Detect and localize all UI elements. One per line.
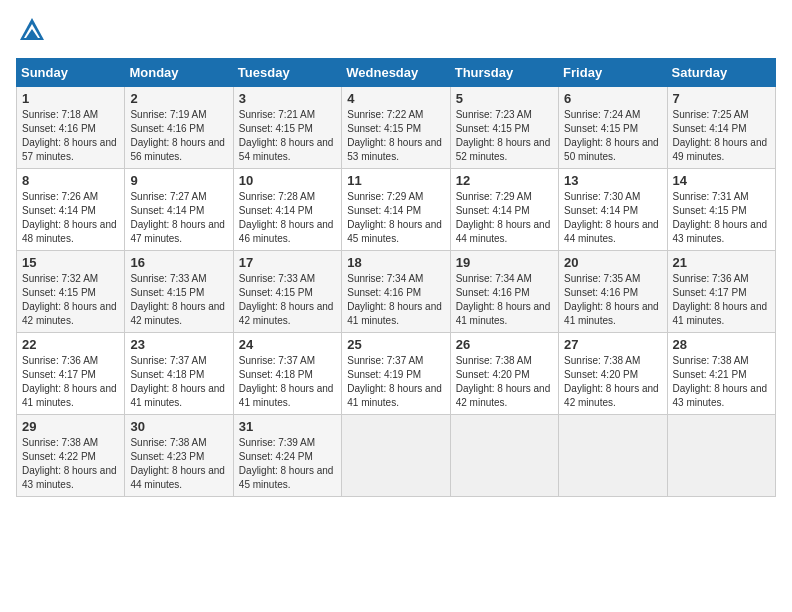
col-header-friday: Friday [559, 59, 667, 87]
col-header-wednesday: Wednesday [342, 59, 450, 87]
week-row-4: 22 Sunrise: 7:36 AM Sunset: 4:17 PM Dayl… [17, 333, 776, 415]
calendar-cell: 21 Sunrise: 7:36 AM Sunset: 4:17 PM Dayl… [667, 251, 775, 333]
calendar-cell: 24 Sunrise: 7:37 AM Sunset: 4:18 PM Dayl… [233, 333, 341, 415]
day-info: Sunrise: 7:37 AM Sunset: 4:19 PM Dayligh… [347, 355, 442, 408]
day-info: Sunrise: 7:29 AM Sunset: 4:14 PM Dayligh… [456, 191, 551, 244]
day-info: Sunrise: 7:33 AM Sunset: 4:15 PM Dayligh… [130, 273, 225, 326]
calendar-cell: 1 Sunrise: 7:18 AM Sunset: 4:16 PM Dayli… [17, 87, 125, 169]
day-info: Sunrise: 7:21 AM Sunset: 4:15 PM Dayligh… [239, 109, 334, 162]
calendar-cell: 23 Sunrise: 7:37 AM Sunset: 4:18 PM Dayl… [125, 333, 233, 415]
day-number: 15 [22, 255, 119, 270]
calendar-cell: 28 Sunrise: 7:38 AM Sunset: 4:21 PM Dayl… [667, 333, 775, 415]
logo [16, 16, 46, 48]
week-row-3: 15 Sunrise: 7:32 AM Sunset: 4:15 PM Dayl… [17, 251, 776, 333]
day-info: Sunrise: 7:18 AM Sunset: 4:16 PM Dayligh… [22, 109, 117, 162]
calendar-cell: 15 Sunrise: 7:32 AM Sunset: 4:15 PM Dayl… [17, 251, 125, 333]
week-row-5: 29 Sunrise: 7:38 AM Sunset: 4:22 PM Dayl… [17, 415, 776, 497]
col-header-tuesday: Tuesday [233, 59, 341, 87]
col-header-sunday: Sunday [17, 59, 125, 87]
day-number: 18 [347, 255, 444, 270]
calendar-cell: 4 Sunrise: 7:22 AM Sunset: 4:15 PM Dayli… [342, 87, 450, 169]
day-number: 21 [673, 255, 770, 270]
calendar-cell: 6 Sunrise: 7:24 AM Sunset: 4:15 PM Dayli… [559, 87, 667, 169]
day-number: 7 [673, 91, 770, 106]
day-info: Sunrise: 7:38 AM Sunset: 4:23 PM Dayligh… [130, 437, 225, 490]
day-number: 13 [564, 173, 661, 188]
day-info: Sunrise: 7:35 AM Sunset: 4:16 PM Dayligh… [564, 273, 659, 326]
day-info: Sunrise: 7:31 AM Sunset: 4:15 PM Dayligh… [673, 191, 768, 244]
calendar-cell: 16 Sunrise: 7:33 AM Sunset: 4:15 PM Dayl… [125, 251, 233, 333]
day-info: Sunrise: 7:26 AM Sunset: 4:14 PM Dayligh… [22, 191, 117, 244]
day-info: Sunrise: 7:37 AM Sunset: 4:18 PM Dayligh… [239, 355, 334, 408]
day-number: 6 [564, 91, 661, 106]
day-number: 12 [456, 173, 553, 188]
calendar-cell: 5 Sunrise: 7:23 AM Sunset: 4:15 PM Dayli… [450, 87, 558, 169]
calendar-cell: 11 Sunrise: 7:29 AM Sunset: 4:14 PM Dayl… [342, 169, 450, 251]
day-info: Sunrise: 7:32 AM Sunset: 4:15 PM Dayligh… [22, 273, 117, 326]
calendar-cell: 25 Sunrise: 7:37 AM Sunset: 4:19 PM Dayl… [342, 333, 450, 415]
day-info: Sunrise: 7:34 AM Sunset: 4:16 PM Dayligh… [456, 273, 551, 326]
day-number: 30 [130, 419, 227, 434]
calendar-cell: 17 Sunrise: 7:33 AM Sunset: 4:15 PM Dayl… [233, 251, 341, 333]
calendar-cell: 29 Sunrise: 7:38 AM Sunset: 4:22 PM Dayl… [17, 415, 125, 497]
col-header-thursday: Thursday [450, 59, 558, 87]
day-number: 10 [239, 173, 336, 188]
calendar-table: SundayMondayTuesdayWednesdayThursdayFrid… [16, 58, 776, 497]
day-number: 28 [673, 337, 770, 352]
day-info: Sunrise: 7:37 AM Sunset: 4:18 PM Dayligh… [130, 355, 225, 408]
day-number: 19 [456, 255, 553, 270]
day-info: Sunrise: 7:19 AM Sunset: 4:16 PM Dayligh… [130, 109, 225, 162]
day-info: Sunrise: 7:25 AM Sunset: 4:14 PM Dayligh… [673, 109, 768, 162]
day-number: 16 [130, 255, 227, 270]
calendar-cell: 26 Sunrise: 7:38 AM Sunset: 4:20 PM Dayl… [450, 333, 558, 415]
calendar-cell: 3 Sunrise: 7:21 AM Sunset: 4:15 PM Dayli… [233, 87, 341, 169]
day-info: Sunrise: 7:36 AM Sunset: 4:17 PM Dayligh… [673, 273, 768, 326]
day-number: 31 [239, 419, 336, 434]
day-number: 3 [239, 91, 336, 106]
calendar-cell: 12 Sunrise: 7:29 AM Sunset: 4:14 PM Dayl… [450, 169, 558, 251]
calendar-cell: 22 Sunrise: 7:36 AM Sunset: 4:17 PM Dayl… [17, 333, 125, 415]
day-info: Sunrise: 7:38 AM Sunset: 4:22 PM Dayligh… [22, 437, 117, 490]
calendar-cell: 30 Sunrise: 7:38 AM Sunset: 4:23 PM Dayl… [125, 415, 233, 497]
calendar-cell: 27 Sunrise: 7:38 AM Sunset: 4:20 PM Dayl… [559, 333, 667, 415]
day-number: 17 [239, 255, 336, 270]
day-number: 22 [22, 337, 119, 352]
week-row-1: 1 Sunrise: 7:18 AM Sunset: 4:16 PM Dayli… [17, 87, 776, 169]
day-number: 23 [130, 337, 227, 352]
day-number: 14 [673, 173, 770, 188]
day-number: 2 [130, 91, 227, 106]
col-header-saturday: Saturday [667, 59, 775, 87]
day-info: Sunrise: 7:39 AM Sunset: 4:24 PM Dayligh… [239, 437, 334, 490]
day-number: 9 [130, 173, 227, 188]
day-info: Sunrise: 7:22 AM Sunset: 4:15 PM Dayligh… [347, 109, 442, 162]
day-number: 25 [347, 337, 444, 352]
day-info: Sunrise: 7:36 AM Sunset: 4:17 PM Dayligh… [22, 355, 117, 408]
calendar-cell: 8 Sunrise: 7:26 AM Sunset: 4:14 PM Dayli… [17, 169, 125, 251]
calendar-cell: 14 Sunrise: 7:31 AM Sunset: 4:15 PM Dayl… [667, 169, 775, 251]
day-number: 11 [347, 173, 444, 188]
day-info: Sunrise: 7:27 AM Sunset: 4:14 PM Dayligh… [130, 191, 225, 244]
calendar-cell: 2 Sunrise: 7:19 AM Sunset: 4:16 PM Dayli… [125, 87, 233, 169]
calendar-cell: 31 Sunrise: 7:39 AM Sunset: 4:24 PM Dayl… [233, 415, 341, 497]
col-header-monday: Monday [125, 59, 233, 87]
day-number: 26 [456, 337, 553, 352]
day-number: 24 [239, 337, 336, 352]
day-info: Sunrise: 7:33 AM Sunset: 4:15 PM Dayligh… [239, 273, 334, 326]
calendar-cell: 20 Sunrise: 7:35 AM Sunset: 4:16 PM Dayl… [559, 251, 667, 333]
calendar-cell [450, 415, 558, 497]
logo-icon [18, 16, 46, 44]
day-info: Sunrise: 7:29 AM Sunset: 4:14 PM Dayligh… [347, 191, 442, 244]
calendar-cell: 10 Sunrise: 7:28 AM Sunset: 4:14 PM Dayl… [233, 169, 341, 251]
calendar-cell: 19 Sunrise: 7:34 AM Sunset: 4:16 PM Dayl… [450, 251, 558, 333]
calendar-cell: 18 Sunrise: 7:34 AM Sunset: 4:16 PM Dayl… [342, 251, 450, 333]
day-number: 1 [22, 91, 119, 106]
calendar-cell [667, 415, 775, 497]
day-info: Sunrise: 7:24 AM Sunset: 4:15 PM Dayligh… [564, 109, 659, 162]
day-info: Sunrise: 7:38 AM Sunset: 4:20 PM Dayligh… [456, 355, 551, 408]
day-number: 4 [347, 91, 444, 106]
day-number: 20 [564, 255, 661, 270]
page-header [16, 16, 776, 48]
day-info: Sunrise: 7:28 AM Sunset: 4:14 PM Dayligh… [239, 191, 334, 244]
day-number: 5 [456, 91, 553, 106]
calendar-cell [342, 415, 450, 497]
